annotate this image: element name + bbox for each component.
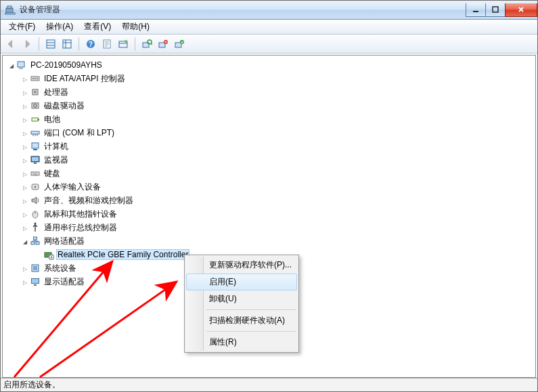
minimize-button[interactable]	[466, 3, 486, 17]
expand-icon[interactable]	[20, 265, 30, 272]
svg-rect-1	[7, 6, 12, 8]
tree-item-label[interactable]: PC-20190509AYHS	[29, 60, 104, 70]
expand-icon[interactable]	[20, 156, 30, 164]
enable-button[interactable]	[172, 37, 187, 51]
tree-item-label[interactable]: 网络适配器	[43, 235, 86, 248]
tree-item-label[interactable]: 监视器	[43, 154, 70, 167]
svg-text:?: ?	[89, 41, 93, 48]
svg-point-21	[35, 78, 36, 79]
svg-rect-4	[47, 40, 55, 48]
svg-rect-13	[159, 43, 165, 47]
tree-category[interactable]: 通用串行总线控制器	[5, 221, 535, 234]
tree-item-label[interactable]: 计算机	[43, 140, 70, 153]
tree-category[interactable]: 鼠标和其他指针设备	[5, 207, 535, 221]
tree-item-label[interactable]: IDE ATA/ATAPI 控制器	[43, 72, 127, 85]
forward-button[interactable]	[20, 37, 35, 51]
tree-category[interactable]: 计算机	[5, 139, 535, 153]
toolbar-separator	[79, 37, 79, 51]
tree-category[interactable]: 网络适配器	[5, 234, 535, 248]
maximize-button[interactable]	[485, 3, 506, 17]
uninstall-button[interactable]	[156, 37, 171, 51]
view-list-button[interactable]	[43, 37, 58, 51]
tree-root[interactable]: PC-20190509AYHS	[5, 58, 535, 72]
tree-category[interactable]: 磁盘驱动器	[5, 99, 535, 112]
context-menu-item[interactable]: 卸载(U)	[186, 290, 297, 307]
properties-button[interactable]	[99, 37, 114, 51]
svg-rect-15	[175, 43, 181, 47]
toolbar-separator	[39, 37, 39, 51]
expand-icon[interactable]	[20, 75, 30, 83]
window-controls	[466, 3, 537, 17]
svg-rect-18	[19, 68, 23, 69]
tree-item-label[interactable]: Realtek PCIe GBE Family Controller	[56, 249, 189, 260]
tree-category[interactable]: 处理器	[5, 85, 535, 99]
expand-icon[interactable]	[20, 224, 30, 232]
svg-rect-17	[18, 62, 24, 67]
tree-item-label[interactable]: 系统设备	[43, 262, 78, 275]
show-hidden-button[interactable]	[116, 37, 131, 51]
scan-hardware-button[interactable]	[139, 37, 154, 51]
tree-category[interactable]: 端口 (COM 和 LPT)	[5, 126, 535, 139]
device-manager-window: 设备管理器 文件(F) 操作(A) 查看(V) 帮助(H) ? PC-20190…	[0, 0, 538, 392]
usb-icon	[30, 222, 41, 233]
context-menu-item[interactable]: 属性(R)	[186, 334, 297, 351]
view-detail-button[interactable]	[60, 37, 74, 51]
svg-rect-48	[33, 266, 37, 270]
tree-item-label[interactable]: 通用串行总线控制器	[43, 221, 118, 234]
menu-file[interactable]: 文件(F)	[3, 19, 41, 35]
port-icon	[30, 127, 41, 138]
tree-category[interactable]: 人体学输入设备	[5, 180, 535, 194]
expand-icon[interactable]	[20, 116, 30, 123]
expand-icon[interactable]	[20, 170, 30, 177]
tree-category[interactable]: IDE ATA/ATAPI 控制器	[5, 72, 535, 85]
context-menu-item[interactable]: 扫描检测硬件改动(A)	[186, 312, 297, 329]
content-area: PC-20190509AYHSIDE ATA/ATAPI 控制器处理器磁盘驱动器…	[1, 53, 537, 378]
collapse-icon[interactable]	[20, 238, 30, 245]
menubar: 文件(F) 操作(A) 查看(V) 帮助(H)	[1, 20, 537, 35]
expand-icon[interactable]	[20, 129, 30, 137]
close-button[interactable]	[505, 3, 537, 17]
tree-item-label[interactable]: 声音、视频和游戏控制器	[43, 194, 135, 207]
tree-item-label[interactable]: 键盘	[43, 167, 62, 180]
expand-icon[interactable]	[20, 143, 30, 150]
svg-point-22	[37, 78, 38, 79]
window-title: 设备管理器	[20, 4, 60, 16]
svg-rect-3	[493, 7, 498, 12]
svg-rect-40	[31, 242, 35, 244]
tree-category[interactable]: 监视器	[5, 153, 535, 167]
back-button[interactable]	[3, 37, 18, 51]
svg-rect-31	[33, 149, 37, 150]
tree-category[interactable]: 电池	[5, 112, 535, 126]
tree-item-label[interactable]: 电池	[43, 113, 62, 126]
toolbar: ?	[1, 35, 537, 53]
tree-item-label[interactable]: 磁盘驱动器	[43, 100, 86, 112]
svg-rect-34	[34, 162, 37, 164]
context-menu: 更新驱动程序软件(P)...启用(E)卸载(U)扫描检测硬件改动(A)属性(R)	[184, 255, 299, 353]
device-tree[interactable]: PC-20190509AYHSIDE ATA/ATAPI 控制器处理器磁盘驱动器…	[2, 55, 536, 378]
context-menu-item[interactable]: 更新驱动程序软件(P)...	[186, 257, 297, 274]
tree-item-label[interactable]: 显示适配器	[43, 276, 86, 288]
tree-category[interactable]: 键盘	[5, 167, 535, 180]
expand-icon[interactable]	[20, 211, 30, 218]
collapse-icon[interactable]	[7, 62, 16, 69]
expand-icon[interactable]	[20, 102, 30, 110]
expand-icon[interactable]	[20, 197, 30, 204]
svg-rect-27	[32, 118, 38, 121]
svg-point-16	[180, 40, 184, 44]
context-menu-item[interactable]: 启用(E)	[186, 274, 297, 290]
help-button[interactable]: ?	[83, 37, 98, 51]
keyboard-icon	[30, 168, 41, 179]
tree-item-label[interactable]: 处理器	[43, 86, 70, 99]
menu-action[interactable]: 操作(A)	[41, 19, 79, 35]
menu-view[interactable]: 查看(V)	[79, 19, 116, 35]
expand-icon[interactable]	[20, 278, 30, 286]
tree-item-label[interactable]: 端口 (COM 和 LPT)	[43, 127, 116, 139]
tree-category[interactable]: 声音、视频和游戏控制器	[5, 194, 535, 207]
tree-item-label[interactable]: 鼠标和其他指针设备	[43, 208, 118, 221]
expand-icon[interactable]	[20, 89, 30, 96]
expand-icon[interactable]	[20, 183, 30, 191]
titlebar[interactable]: 设备管理器	[1, 1, 537, 20]
menu-help[interactable]: 帮助(H)	[116, 19, 155, 35]
tree-item-label[interactable]: 人体学输入设备	[43, 181, 102, 194]
svg-rect-50	[32, 279, 39, 283]
